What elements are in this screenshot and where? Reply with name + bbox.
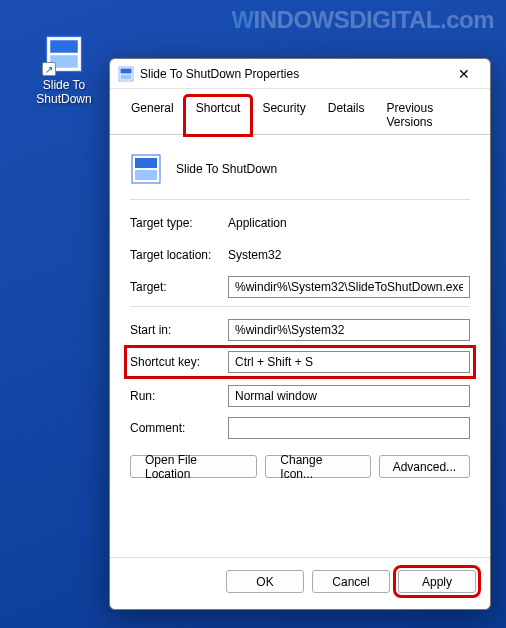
tab-security[interactable]: Security	[251, 96, 316, 135]
dialog-footer: OK Cancel Apply	[110, 557, 490, 609]
run-select[interactable]	[228, 385, 470, 407]
shortcut-key-label: Shortcut key:	[130, 355, 228, 369]
svg-rect-8	[135, 170, 157, 180]
open-file-location-button[interactable]: Open File Location	[130, 455, 257, 478]
tab-body: Slide To ShutDown Target type: Applicati…	[110, 135, 490, 557]
run-label: Run:	[130, 389, 228, 403]
tab-strip: General Shortcut Security Details Previo…	[110, 89, 490, 135]
cancel-button[interactable]: Cancel	[312, 570, 390, 593]
desktop-shortcut-label: Slide To ShutDown	[30, 78, 98, 106]
properties-dialog: Slide To ShutDown Properties ✕ General S…	[109, 58, 491, 610]
tab-details[interactable]: Details	[317, 96, 376, 135]
titlebar: Slide To ShutDown Properties ✕	[110, 59, 490, 89]
target-label: Target:	[130, 280, 228, 294]
shortcut-icon: ↗	[44, 34, 84, 74]
shortcut-arrow-icon: ↗	[42, 62, 56, 76]
comment-input[interactable]	[228, 417, 470, 439]
tab-previous-versions[interactable]: Previous Versions	[375, 96, 480, 135]
desktop-shortcut-slide-to-shutdown[interactable]: ↗ Slide To ShutDown	[30, 34, 98, 106]
watermark: WINDOWSDIGITAL.com	[231, 6, 494, 34]
target-type-label: Target type:	[130, 216, 228, 230]
svg-rect-7	[135, 158, 157, 168]
close-button[interactable]: ✕	[442, 60, 486, 88]
close-icon: ✕	[458, 66, 470, 82]
advanced-button[interactable]: Advanced...	[379, 455, 470, 478]
target-input[interactable]	[228, 276, 470, 298]
ok-button[interactable]: OK	[226, 570, 304, 593]
target-type-value: Application	[228, 216, 470, 230]
start-in-input[interactable]	[228, 319, 470, 341]
svg-rect-1	[50, 40, 78, 53]
dialog-title: Slide To ShutDown Properties	[140, 67, 442, 81]
app-icon	[130, 153, 162, 185]
tab-general[interactable]: General	[120, 96, 185, 135]
svg-rect-4	[121, 68, 132, 73]
shortcut-key-input[interactable]	[228, 351, 470, 373]
titlebar-icon	[118, 66, 134, 82]
apply-button[interactable]: Apply	[398, 570, 476, 593]
target-location-value: System32	[228, 248, 470, 262]
comment-label: Comment:	[130, 421, 228, 435]
tab-shortcut[interactable]: Shortcut	[185, 96, 252, 135]
svg-rect-5	[121, 74, 132, 79]
start-in-label: Start in:	[130, 323, 228, 337]
change-icon-button[interactable]: Change Icon...	[265, 455, 370, 478]
app-name: Slide To ShutDown	[176, 162, 277, 176]
target-location-label: Target location:	[130, 248, 228, 262]
separator	[130, 306, 470, 307]
